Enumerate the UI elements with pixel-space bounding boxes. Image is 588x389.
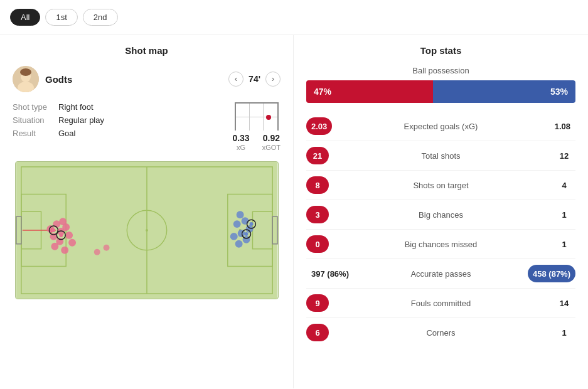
- svg-point-45: [94, 249, 100, 255]
- prev-shot-button[interactable]: ‹: [228, 72, 243, 87]
- possession-label: Ball possession: [306, 66, 575, 75]
- football-pitch: [15, 161, 279, 299]
- stat-name-big-chances-missed: Big chances missed: [356, 240, 525, 249]
- svg-point-30: [51, 228, 55, 232]
- goal-net: [235, 102, 279, 131]
- xgot-label: xGOT: [262, 144, 281, 151]
- stat-away-big-chances-missed: 1: [525, 235, 575, 253]
- player-name: Godts: [45, 74, 222, 85]
- away-fouls-value: 14: [553, 294, 575, 312]
- stat-name-big-chances: Big chances: [356, 210, 525, 220]
- away-total-shots-value: 12: [553, 147, 575, 164]
- stat-away-shots-target: 4: [525, 176, 575, 194]
- away-accurate-passes-badge: 458 (87%): [528, 265, 575, 282]
- shot-map-panel: Shot map Godts ‹ 74' ›: [0, 35, 294, 388]
- tab-all[interactable]: All: [10, 9, 40, 26]
- avatar: [13, 66, 39, 92]
- nav-controls: ‹ 74' ›: [228, 72, 281, 87]
- svg-point-35: [233, 220, 240, 228]
- svg-point-26: [68, 239, 76, 247]
- stat-name-xg: Expected goals (xG): [356, 122, 525, 131]
- xgot-value: 0.92 xGOT: [262, 133, 281, 151]
- svg-point-40: [235, 240, 242, 248]
- home-xg-badge: 2.03: [306, 117, 332, 135]
- shot-type-label: Shot type: [13, 102, 53, 112]
- stat-row-big-chances: 3 Big chances 1: [306, 200, 575, 230]
- home-big-chances-badge: 3: [306, 206, 329, 223]
- xgot-number: 0.92: [263, 133, 280, 143]
- home-total-shots-badge: 21: [306, 147, 329, 164]
- stat-home-total-shots: 21: [306, 147, 356, 164]
- stat-row-shots-target: 8 Shots on target 4: [306, 171, 575, 200]
- stats-rows: 2.03 Expected goals (xG) 1.08 21 Total s…: [306, 112, 575, 347]
- possession-bar-container: Ball possession 47% 53%: [306, 66, 575, 103]
- svg-point-28: [61, 247, 68, 254]
- svg-point-24: [65, 232, 73, 239]
- shot-type-row: Shot type Right foot: [13, 102, 220, 112]
- svg-point-44: [249, 222, 253, 226]
- home-fouls-badge: 9: [306, 294, 329, 312]
- shot-map-title: Shot map: [13, 45, 281, 56]
- shot-type-value: Right foot: [58, 102, 94, 112]
- home-big-chances-missed-badge: 0: [306, 235, 329, 253]
- stat-away-corners: 1: [525, 324, 575, 341]
- stat-row-accurate-passes: 397 (86%) Accurate passes 458 (87%): [306, 259, 575, 289]
- top-stats-panel: Top stats Ball possession 47% 53% 2.03 E…: [294, 35, 588, 388]
- stat-home-big-chances-missed: 0: [306, 235, 356, 253]
- svg-point-33: [236, 211, 243, 218]
- svg-point-42: [244, 232, 248, 236]
- stat-row-total-shots: 21 Total shots 12: [306, 141, 575, 171]
- xg-value: 0.33 xG: [232, 133, 249, 151]
- minute-label: 74': [249, 74, 260, 84]
- stat-row-fouls: 9 Fouls committed 14: [306, 289, 575, 318]
- stat-row-xg: 2.03 Expected goals (xG) 1.08: [306, 112, 575, 141]
- result-row: Result Goal: [13, 129, 220, 138]
- tab-2nd[interactable]: 2nd: [83, 9, 118, 26]
- svg-point-8: [146, 229, 148, 232]
- stat-away-big-chances: 1: [525, 206, 575, 223]
- stat-home-fouls: 9: [306, 294, 356, 312]
- tab-bar: All 1st 2nd: [0, 0, 588, 35]
- svg-point-46: [103, 245, 109, 251]
- possession-bar: 47% 53%: [306, 80, 575, 103]
- stat-away-total-shots: 12: [525, 147, 575, 164]
- situation-label: Situation: [13, 115, 53, 125]
- stat-row-big-chances-missed: 0 Big chances missed 1: [306, 230, 575, 259]
- goal-dot: [266, 115, 271, 120]
- player-info-row: Godts ‹ 74' ›: [13, 66, 281, 92]
- svg-point-38: [230, 233, 237, 240]
- away-big-chances-missed-value: 1: [553, 235, 575, 253]
- svg-point-27: [51, 243, 58, 250]
- next-shot-button[interactable]: ›: [265, 72, 281, 87]
- situation-value: Regular play: [58, 115, 104, 125]
- away-shots-target-value: 4: [553, 176, 575, 194]
- stat-name-fouls: Fouls committed: [356, 299, 525, 308]
- stat-name-total-shots: Total shots: [356, 151, 525, 161]
- stat-away-xg: 1.08: [525, 117, 575, 135]
- svg-point-25: [59, 218, 67, 225]
- stat-away-accurate-passes: 458 (87%): [525, 265, 575, 282]
- away-xg-value: 1.08: [550, 117, 575, 135]
- xg-label: xG: [237, 144, 245, 151]
- stat-home-corners: 6: [306, 324, 356, 341]
- top-stats-title: Top stats: [306, 45, 575, 56]
- home-corners-badge: 6: [306, 324, 329, 341]
- stat-home-accurate-passes: 397 (86%): [306, 265, 356, 282]
- stat-name-accurate-passes: Accurate passes: [356, 269, 525, 279]
- stat-name-shots-target: Shots on target: [356, 181, 525, 190]
- home-shots-target-badge: 8: [306, 176, 329, 194]
- goal-diagram: 0.33 xG 0.92 xGOT: [232, 102, 281, 151]
- tab-1st[interactable]: 1st: [45, 9, 77, 26]
- stat-away-fouls: 14: [525, 294, 575, 312]
- xg-values: 0.33 xG 0.92 xGOT: [232, 133, 281, 151]
- stat-home-xg: 2.03: [306, 117, 356, 135]
- away-big-chances-value: 1: [553, 206, 575, 223]
- result-label: Result: [13, 129, 53, 138]
- stat-home-big-chances: 3: [306, 206, 356, 223]
- shot-details: Shot type Right foot Situation Regular p…: [13, 102, 281, 151]
- main-content: Shot map Godts ‹ 74' ›: [0, 35, 588, 388]
- possession-home: 47%: [306, 80, 433, 103]
- svg-point-3: [20, 68, 31, 76]
- result-value: Goal: [58, 129, 75, 138]
- stat-name-corners: Corners: [356, 328, 525, 338]
